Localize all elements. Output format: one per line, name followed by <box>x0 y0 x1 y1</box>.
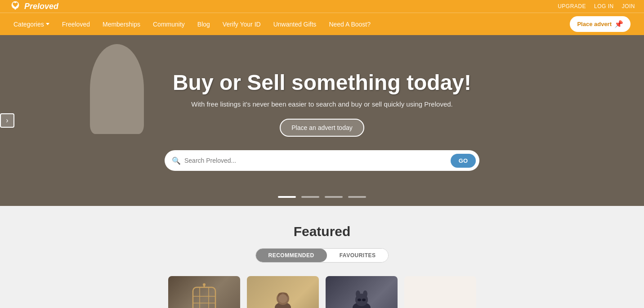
hero-content: Buy or Sell something today! With free l… <box>165 70 479 171</box>
join-link[interactable]: JOIN <box>622 3 635 9</box>
search-input[interactable] <box>184 157 451 164</box>
place-advert-label: Place advert <box>577 21 612 27</box>
nav-need-a-boost[interactable]: Need A Boost? <box>329 21 371 28</box>
svg-rect-2 <box>193 287 215 308</box>
nav-blog[interactable]: Blog <box>197 21 210 28</box>
featured-card-4[interactable] <box>404 276 476 308</box>
featured-section: Featured RECOMMENDED FAVOURITES <box>0 206 644 308</box>
nav-freeloved[interactable]: Freeloved <box>62 21 90 28</box>
featured-cards-row <box>9 276 635 308</box>
svg-point-19 <box>363 290 367 298</box>
search-bar: 🔍 GO <box>165 150 479 171</box>
place-advert-button[interactable]: Place advert 📌 <box>570 16 631 32</box>
nav-categories[interactable]: Categories <box>13 21 49 28</box>
search-icon: 🔍 <box>172 156 181 165</box>
carousel-dot-2[interactable] <box>301 196 319 198</box>
tab-favourites[interactable]: FAVOURITES <box>327 249 389 262</box>
carousel-dot-4[interactable] <box>348 196 366 198</box>
card-poodle-image <box>247 276 319 308</box>
nav-memberships[interactable]: Memberships <box>103 21 140 28</box>
carousel-prev-button[interactable]: › <box>0 113 14 128</box>
poodle-svg <box>265 283 301 308</box>
pin-icon: 📌 <box>614 20 623 28</box>
nav-community[interactable]: Community <box>153 21 185 28</box>
featured-card-2[interactable] <box>247 276 319 308</box>
hero-section: › Buy or Sell something today! With free… <box>0 35 644 206</box>
featured-card-3[interactable] <box>326 276 398 308</box>
nav-bar: Categories Freeloved Memberships Communi… <box>0 13 644 35</box>
card-cage-image <box>168 276 240 308</box>
logo-area: Preloved <box>9 0 58 13</box>
chevron-right-icon: › <box>6 116 8 125</box>
carousel-dot-1[interactable] <box>278 196 296 198</box>
dark-animal-svg <box>344 283 380 308</box>
hero-title: Buy or Sell something today! <box>165 70 479 95</box>
tab-recommended[interactable]: RECOMMENDED <box>256 249 327 262</box>
chevron-down-icon <box>46 23 49 25</box>
top-bar: Preloved UPGRADE LOG IN JOIN <box>0 0 644 13</box>
svg-point-21 <box>362 299 366 301</box>
svg-point-8 <box>203 283 206 286</box>
nav-links: Categories Freeloved Memberships Communi… <box>13 21 371 28</box>
cage-svg <box>186 283 222 308</box>
carousel-dot-3[interactable] <box>325 196 343 198</box>
hero-cta-button[interactable]: Place an advert today <box>280 119 364 137</box>
carousel-dots <box>278 196 366 198</box>
login-link[interactable]: LOG IN <box>594 3 614 9</box>
card-blank-image <box>404 276 476 308</box>
featured-title: Featured <box>9 224 635 239</box>
svg-point-18 <box>356 290 360 298</box>
featured-tabs: RECOMMENDED FAVOURITES <box>255 248 389 263</box>
hero-subtitle: With free listings it's never been easie… <box>165 100 479 108</box>
card-dark-image <box>326 276 398 308</box>
top-bar-links: UPGRADE LOG IN JOIN <box>558 3 635 9</box>
nav-verify-id[interactable]: Verify Your ID <box>223 21 261 28</box>
preloved-logo-icon <box>9 0 22 13</box>
logo-text: Preloved <box>24 2 58 11</box>
svg-point-13 <box>278 294 287 303</box>
search-go-button[interactable]: GO <box>451 154 476 168</box>
upgrade-link[interactable]: UPGRADE <box>558 3 586 9</box>
featured-card-1[interactable] <box>168 276 240 308</box>
svg-point-20 <box>358 299 361 301</box>
svg-rect-1 <box>14 7 16 10</box>
nav-unwanted-gifts[interactable]: Unwanted Gifts <box>273 21 317 28</box>
